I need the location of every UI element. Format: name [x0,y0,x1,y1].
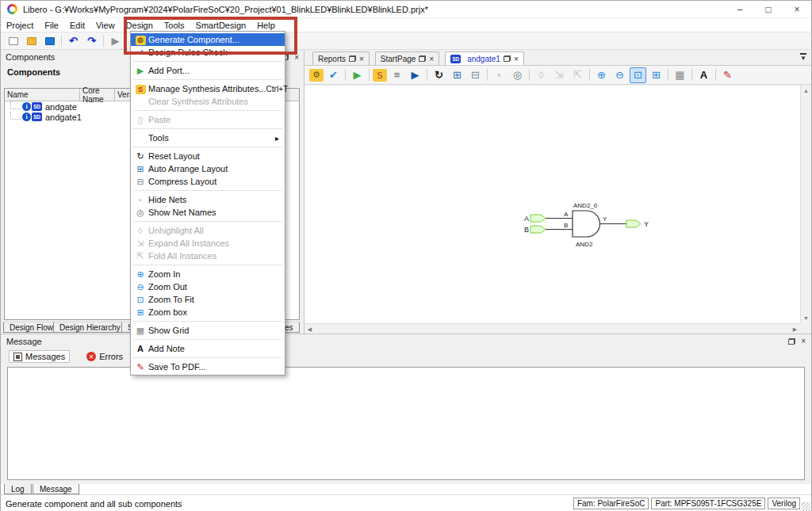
tab-float-icon[interactable] [419,55,426,62]
zoom-to-fit-icon: ⊡ [132,294,148,305]
input-port-b[interactable] [530,226,546,233]
messages-button[interactable]: Messages [9,350,70,363]
sd-toolbar-separator [427,69,427,81]
tree-branch-icon [10,101,21,109]
resize-grip[interactable] [802,502,810,511]
canvas-horizontal-scrollbar[interactable]: ◀ ▶ [304,323,800,334]
hide-nets-icon[interactable]: ◦ [491,67,508,83]
add-note-icon[interactable]: A [695,67,712,83]
generate-component-icon[interactable]: ⚙ [309,69,324,82]
menubar-item-design[interactable]: Design [121,20,159,31]
menu-item-label: Compress Layout [148,177,282,186]
tab-float-icon[interactable] [349,55,356,62]
menu-separator [133,265,282,265]
menubar-item-smartdesign[interactable]: SmartDesign [190,20,252,31]
show-grid-icon[interactable]: ▦ [672,67,688,83]
menu-item-hide-nets[interactable]: ◦Hide Nets [131,193,285,206]
status-cell-fam: Fam: PolarFireSoC [573,498,649,509]
errors-button[interactable]: ✕Errors [82,351,127,362]
save-icon[interactable] [41,33,58,49]
compress-layout-icon[interactable]: ⊟ [467,67,484,83]
tab-message[interactable]: Message [33,484,79,494]
tab-design-flow[interactable]: Design Flow [3,322,59,333]
menu-item-zoom-box[interactable]: ⊞Zoom box [131,306,285,318]
menubar-item-view[interactable]: View [90,20,121,31]
open-project-icon[interactable] [23,33,40,49]
menu-item-add-port[interactable]: ▶Add Port... [131,64,285,77]
message-close-icon[interactable]: × [801,337,806,345]
redo-icon[interactable]: ↷ [83,33,100,49]
menu-item-add-note[interactable]: AAdd Note [131,342,285,355]
message-body[interactable] [7,367,805,480]
menu-item-label: Design Rules Check [148,48,282,57]
scroll-up-icon[interactable]: ▲ [801,86,811,96]
column-header-name[interactable]: Name [5,89,80,101]
window-controls: –□× [726,1,811,17]
zoom-out-icon[interactable]: ⊖ [611,67,628,83]
quick-connect-icon[interactable]: ▶ [407,67,423,83]
tab-float-icon[interactable] [504,55,511,62]
tab-design-hierarchy[interactable]: Design Hierarchy [53,322,127,333]
menu-item-save-to-pdf[interactable]: ✎Save To PDF... [131,360,285,373]
zoom-in-icon[interactable]: ⊕ [593,67,610,83]
editor-tab-reports[interactable]: Reports× [312,51,370,65]
panel-close-icon[interactable]: × [294,53,299,62]
menubar-item-project[interactable]: Project [1,20,39,31]
menu-item-manage-synthesis-attributes[interactable]: SManage Synthesis Attributes...Ctrl+T [131,82,285,95]
attributes-editor-icon[interactable]: ≡ [389,67,405,83]
output-port-y[interactable] [626,220,641,227]
menu-shortcut: Ctrl+T [266,85,292,93]
menu-item-design-rules-check[interactable]: ✔Design Rules Check [131,46,285,59]
menu-item-zoom-out[interactable]: ⊖Zoom Out [131,280,285,293]
auto-arrange-layout-icon[interactable]: ⊞ [449,67,465,83]
show-net-names-icon[interactable]: ◎ [509,67,526,83]
manage-synthesis-attributes-icon[interactable]: S [373,69,387,82]
editor-tab-andgate1[interactable]: SDandgate1× [445,51,524,65]
tab-close-icon[interactable]: × [359,55,364,63]
menu-item-generate-component[interactable]: ⚙Generate Component... [131,33,285,46]
new-file-icon[interactable] [5,33,21,49]
menu-item-reset-layout[interactable]: ↻Reset Layout [131,150,285,162]
run-icon[interactable]: ▶ [107,33,124,49]
tab-close-icon[interactable]: × [429,55,434,63]
bottom-tabs: LogMessage [1,484,811,494]
menu-item-zoom-in[interactable]: ⊕Zoom In [131,268,285,280]
menu-item-compress-layout[interactable]: ⊟Compress Layout [131,175,285,188]
menubar-item-help[interactable]: Help [251,20,281,31]
menu-item-label: Auto Arrange Layout [148,164,282,174]
menubar-item-tools[interactable]: Tools [159,20,190,31]
input-port-a[interactable] [530,215,546,222]
editor-tab-startpage[interactable]: StartPage× [375,51,439,65]
menu-item-show-grid[interactable]: ▦Show Grid [131,324,285,337]
save-to-pdf-icon[interactable]: ✎ [719,67,736,83]
menu-item-tools[interactable]: Tools▸ [131,132,285,144]
input-port-label-a: A [524,215,529,223]
tab-list-icon[interactable]: ▼ [800,53,806,62]
input-port-label-b: B [524,226,529,234]
menu-item-auto-arrange-layout[interactable]: ⊞Auto Arrange Layout [131,162,285,175]
canvas-vertical-scrollbar[interactable]: ▲ ▼ [800,86,811,323]
menubar-item-file[interactable]: File [39,20,64,31]
menu-item-label: Zoom Out [148,282,282,292]
maximize-button[interactable]: □ [754,1,783,17]
zoom-to-fit-icon[interactable]: ⊡ [630,67,646,83]
design-rules-check-icon[interactable]: ✔ [325,67,342,83]
schematic-canvas[interactable]: A B A B AND2_0 AND2 Y Y [304,86,800,323]
zoom-box-icon[interactable]: ⊞ [648,67,665,83]
menu-item-show-net-names[interactable]: ◎Show Net Names [131,206,285,219]
menu-item-zoom-to-fit[interactable]: ⊡Zoom To Fit [131,293,285,306]
output-port-label-y: Y [644,220,649,228]
reset-layout-icon[interactable]: ↻ [431,67,447,83]
message-float-icon[interactable] [788,338,795,345]
expand-all-instances-icon: ⇲ [132,238,148,249]
and2-gate[interactable] [573,211,600,237]
undo-icon[interactable]: ↶ [65,33,82,49]
minimize-button[interactable]: – [726,1,754,17]
tab-close-icon[interactable]: × [514,55,519,63]
menubar-item-edit[interactable]: Edit [64,20,90,31]
add-port-icon[interactable]: ▶ [349,67,366,83]
scroll-down-icon[interactable]: ▼ [801,313,811,323]
column-header-core-name[interactable]: Core Name [80,89,115,101]
tab-log[interactable]: Log [4,484,32,494]
close-button[interactable]: × [783,1,811,17]
